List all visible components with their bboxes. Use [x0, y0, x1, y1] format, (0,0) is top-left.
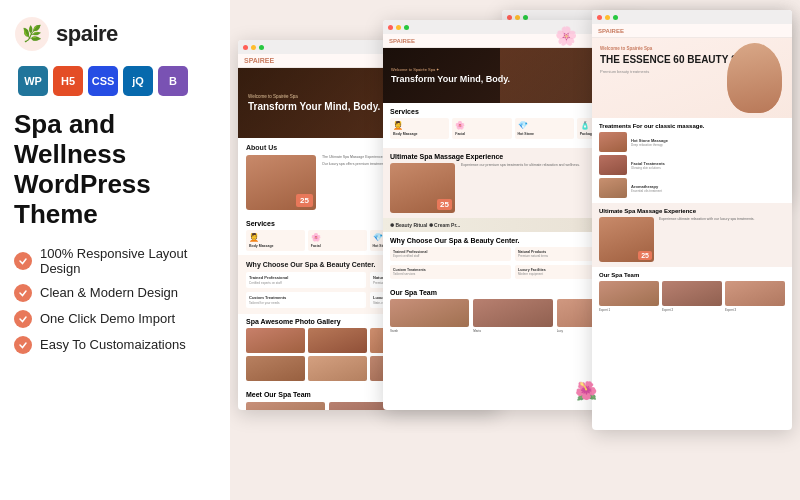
- dot-red-4: [597, 15, 602, 20]
- s4-treat-2: Facial Treatments Glowing skin solutions: [599, 155, 785, 175]
- s2-team-img-1: [246, 402, 325, 410]
- svg-text:🌿: 🌿: [22, 24, 42, 43]
- s4-team-3: Expert 3: [725, 281, 785, 312]
- s3-svc-icon-3: 💎: [518, 121, 571, 130]
- dot-green-3: [404, 25, 409, 30]
- s4-treat-img-2: [599, 155, 627, 175]
- s3-massage-image: 25: [390, 163, 455, 213]
- dot-red-1: [507, 15, 512, 20]
- s3-team-name-1: Sarah: [390, 329, 469, 333]
- browser-bar-4: [592, 10, 792, 24]
- s4-treatments-list: Hot Stone Massage Deep relaxation therap…: [599, 132, 785, 198]
- feature-demo: One Click Demo Import: [14, 310, 216, 328]
- s4-facial-image: [727, 43, 782, 113]
- s3-svc-1: 💆 Body Massage: [390, 118, 449, 139]
- s4-team-name-3: Expert 3: [725, 308, 785, 312]
- s2-why-item-p-3: Tailored for your needs: [249, 301, 363, 305]
- s4-team-name-2: Expert 2: [662, 308, 722, 312]
- feature-custom: Easy To Customaizations: [14, 336, 216, 354]
- s2-svc-title-2: Facial: [311, 244, 364, 248]
- s4-treatments-section: Treatments For our classic massage. Hot …: [592, 118, 792, 203]
- s3-why-item-3: Custom Treatments Tailored services: [390, 265, 511, 279]
- s2-svc-icon-2: 🌸: [311, 233, 364, 242]
- s3-svc-title-1: Body Massage: [393, 132, 446, 136]
- s3-team-img-2: [473, 299, 552, 327]
- s2-hero-tag: Welcome to Spairée Spa: [248, 94, 380, 99]
- feature-clean: Clean & Modern Design: [14, 284, 216, 302]
- badge-html5: H5: [53, 66, 83, 96]
- s3-why-item-p-1: Expert certified staff: [393, 254, 508, 258]
- tech-badges-row: WP H5 CSS jQ B: [18, 66, 216, 96]
- s4-treat-p-2: Glowing skin solutions: [631, 166, 665, 170]
- logo-icon: 🌿: [14, 16, 50, 52]
- s4-treat-1: Hot Stone Massage Deep relaxation therap…: [599, 132, 785, 152]
- s4-treatments-title: Treatments For our classic massage.: [599, 123, 785, 129]
- s3-team-1: Sarah: [390, 299, 469, 333]
- feature-label-responsive: 100% Responsive Layout Design: [40, 246, 216, 276]
- s4-massage-flex: 25 Experience ultimate relaxation with o…: [599, 217, 785, 262]
- deco-flower-1: 🌸: [555, 25, 577, 47]
- s2-why-item-title-1: Trained Professional: [249, 275, 363, 280]
- theme-title: Spa and Wellness WordPress Theme: [14, 110, 216, 230]
- s2-about-image: 25: [246, 155, 316, 210]
- s2-massage-num: 25: [296, 194, 313, 207]
- s4-treat-p-3: Essential oils treatment: [631, 189, 662, 193]
- badge-jquery: jQ: [123, 66, 153, 96]
- s4-team-2: Expert 2: [662, 281, 722, 312]
- check-icon-responsive: [14, 252, 32, 270]
- s4-team-section: Our Spa Team Expert 1 Expert 2 Expert: [592, 267, 792, 317]
- dot-green-4: [613, 15, 618, 20]
- left-panel: 🌿 spaire WP H5 CSS jQ B Spa and Wellness…: [0, 0, 230, 500]
- s2-logo: SPAIREE: [244, 57, 274, 64]
- feature-label-demo: One Click Demo Import: [40, 311, 175, 326]
- s4-logo: SPAIREE: [598, 28, 624, 34]
- s3-svc-3: 💎 Hot Stone: [515, 118, 574, 139]
- dot-red-2: [243, 45, 248, 50]
- s3-massage-num: 25: [437, 199, 452, 210]
- dot-yellow-4: [605, 15, 610, 20]
- s4-team-img-3: [725, 281, 785, 306]
- s3-team-name-2: Maria: [473, 329, 552, 333]
- s2-why-item-1: Trained Professional Certified experts o…: [246, 272, 366, 288]
- screenshot-4: SPAIREE Welcome to Spairée Spa THE ESSEN…: [592, 10, 792, 430]
- check-icon-custom: [14, 336, 32, 354]
- s3-hero-title: Transform Your Mind, Body.: [391, 74, 510, 85]
- s4-treat-title-2: Facial Treatments: [631, 161, 665, 166]
- badge-bootstrap: B: [158, 66, 188, 96]
- s3-team-img-1: [390, 299, 469, 327]
- s3-logo: SPAIREE: [389, 38, 415, 44]
- s4-team-name-1: Expert 1: [599, 308, 659, 312]
- s2-gallery-5: [246, 356, 305, 381]
- s4-treat-info-2: Facial Treatments Glowing skin solutions: [631, 161, 665, 170]
- s3-ritual-text: ✺ Beauty Ritual ✺ Cream Pr...: [390, 222, 460, 228]
- s4-massage-num: 25: [638, 251, 652, 260]
- s3-team-2: Maria: [473, 299, 552, 333]
- s4-treat-3: Aromatherapy Essential oils treatment: [599, 178, 785, 198]
- s4-treat-title-3: Aromatherapy: [631, 184, 662, 189]
- s4-massage-image: 25: [599, 217, 654, 262]
- feature-label-custom: Easy To Customaizations: [40, 337, 186, 352]
- s2-svc-title-1: Body Massage: [249, 244, 302, 248]
- s4-navbar: SPAIREE: [592, 24, 792, 38]
- s2-why-item-3: Custom Treatments Tailored for your need…: [246, 292, 366, 308]
- s3-why-item-1: Trained Professional Expert certified st…: [390, 247, 511, 261]
- logo-row: 🌿 spaire: [14, 16, 216, 52]
- s3-hero-tag: Welcome to Spairée Spa ✦: [391, 67, 510, 72]
- s4-person-oval: [727, 43, 782, 113]
- right-panel: 🌸 🌺 SPAIREE HOME ABOUT SERVICES TEAM: [230, 0, 800, 500]
- dot-yellow-2: [251, 45, 256, 50]
- s4-treat-p-1: Deep relaxation therapy: [631, 143, 668, 147]
- check-icon-demo: [14, 310, 32, 328]
- badge-css3: CSS: [88, 66, 118, 96]
- s3-svc-title-2: Facial: [455, 132, 508, 136]
- s2-hero-title: Transform Your Mind, Body.: [248, 101, 380, 113]
- s4-treat-info-3: Aromatherapy Essential oils treatment: [631, 184, 662, 193]
- s4-hero: Welcome to Spairée Spa THE ESSENCE 60 BE…: [592, 38, 792, 118]
- screenshots-container: 🌸 🌺 SPAIREE HOME ABOUT SERVICES TEAM: [238, 10, 792, 492]
- s2-gallery-6: [308, 356, 367, 381]
- deco-flower-2: 🌺: [575, 380, 597, 402]
- s3-svc-icon-2: 🌸: [455, 121, 508, 130]
- dot-green-2: [259, 45, 264, 50]
- s4-massage-p: Experience ultimate relaxation with our …: [659, 217, 785, 222]
- s4-treat-info-1: Hot Stone Massage Deep relaxation therap…: [631, 138, 668, 147]
